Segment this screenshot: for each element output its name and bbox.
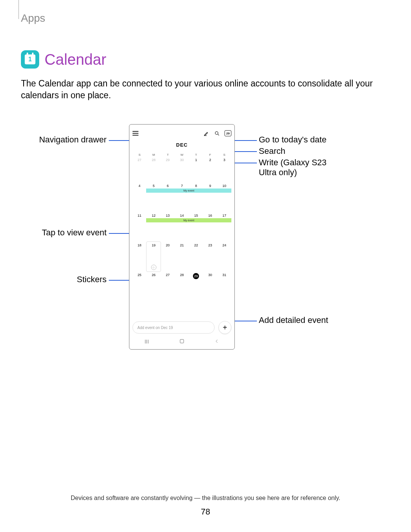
day[interactable]: 24 <box>217 242 231 272</box>
day[interactable]: 9 <box>203 182 217 212</box>
week-2: 4 5 6 7 8 9 10 My event <box>132 182 231 212</box>
section-label: Apps <box>21 12 390 24</box>
callout-add-event: Add detailed event <box>259 315 328 325</box>
callout-goto-today: Go to today's date <box>259 135 327 145</box>
day[interactable]: 6 <box>161 182 175 212</box>
icon-day-number: 1 <box>29 56 32 63</box>
day[interactable]: 11 <box>132 212 147 242</box>
calendar-app-icon: 1 <box>21 50 39 69</box>
day[interactable]: 26 <box>147 272 161 301</box>
search-icon[interactable] <box>214 130 220 136</box>
diagram-area: Navigation drawer Tap to view event Stic… <box>21 124 390 360</box>
dow-t: T <box>161 153 175 157</box>
day[interactable]: 2 <box>203 157 217 182</box>
day[interactable]: 7 <box>175 182 189 212</box>
day[interactable]: 13 <box>161 212 175 242</box>
day-today[interactable]: 29 <box>189 272 203 301</box>
week-1: 27 28 29 30 1 2 3 <box>132 157 231 182</box>
day[interactable]: 30 <box>175 157 189 182</box>
today-icon[interactable]: 29 <box>225 130 231 136</box>
callout-nav-drawer: Navigation drawer <box>34 135 107 145</box>
android-navbar: III <box>129 337 234 346</box>
day[interactable]: 28 <box>147 157 161 182</box>
day[interactable]: 31 <box>217 272 231 301</box>
day[interactable]: 18 <box>132 242 147 272</box>
dow-m: M <box>147 153 161 157</box>
page-number: 78 <box>0 507 411 517</box>
day[interactable]: 28 <box>175 272 189 301</box>
day-num: 29 <box>193 273 199 279</box>
dow-s: S <box>132 153 147 157</box>
event-bar-2[interactable]: My event <box>146 218 231 222</box>
callout-stickers: Stickers <box>74 275 107 284</box>
recents-icon[interactable]: III <box>145 339 149 345</box>
month-label: DEC <box>132 142 231 148</box>
day[interactable]: 16 <box>203 212 217 242</box>
intro-text: The Calendar app can be connected to you… <box>21 78 390 101</box>
day[interactable]: 15 <box>189 212 203 242</box>
day-num: 19 <box>152 243 156 247</box>
day[interactable]: 10 <box>217 182 231 212</box>
dow-t2: T <box>189 153 203 157</box>
day[interactable]: 8 <box>189 182 203 212</box>
day-selected[interactable]: 19 ☺ <box>146 241 161 272</box>
header-rule <box>18 0 19 19</box>
dow-s2: S <box>217 153 231 157</box>
day[interactable]: 25 <box>132 272 147 301</box>
callout-write: Write (Galaxy S23 Ultra only) <box>259 158 335 178</box>
dow-w: W <box>175 153 189 157</box>
write-icon[interactable] <box>203 130 209 136</box>
hamburger-icon[interactable] <box>132 131 139 136</box>
week-4: 18 19 ☺ 20 21 22 23 24 <box>132 242 231 272</box>
home-icon[interactable] <box>179 339 185 345</box>
day[interactable]: 22 <box>189 242 203 272</box>
day[interactable]: 21 <box>175 242 189 272</box>
svg-rect-1 <box>180 339 183 343</box>
callout-tap-event: Tap to view event <box>40 228 107 238</box>
event-bar-1[interactable]: My event <box>146 189 231 193</box>
svg-point-0 <box>215 131 218 134</box>
day[interactable]: 29 <box>161 157 175 182</box>
callout-search: Search <box>259 146 285 156</box>
day[interactable]: 3 <box>217 157 231 182</box>
disclaimer: Devices and software are constantly evol… <box>0 495 411 502</box>
day-of-week-row: S M T W T F S <box>132 153 231 157</box>
day[interactable]: 17 <box>217 212 231 242</box>
day[interactable]: 27 <box>132 157 147 182</box>
week-5: 25 26 27 28 29 30 31 <box>132 272 231 301</box>
day[interactable]: 5 <box>147 182 161 212</box>
day[interactable]: 4 <box>132 182 147 212</box>
day[interactable]: 12 <box>147 212 161 242</box>
dow-f: F <box>203 153 217 157</box>
day[interactable]: 20 <box>161 242 175 272</box>
back-icon[interactable] <box>215 339 219 345</box>
page-title: Calendar <box>45 51 106 68</box>
day[interactable]: 27 <box>161 272 175 301</box>
phone-frame: 29 DEC S M T W T F S 27 28 2 <box>129 124 235 350</box>
day[interactable]: 23 <box>203 242 217 272</box>
day[interactable]: 14 <box>175 212 189 242</box>
add-event-fab[interactable]: + <box>218 321 231 334</box>
quick-add-input[interactable]: Add event on Dec 19 <box>132 321 215 334</box>
day[interactable]: 30 <box>203 272 217 301</box>
calendar-grid: 27 28 29 30 1 2 3 4 5 6 7 8 9 <box>132 157 231 301</box>
sticker-icon[interactable]: ☺ <box>151 265 156 270</box>
week-3: 11 12 13 14 15 16 17 My event <box>132 212 231 242</box>
day[interactable]: 1 <box>189 157 203 182</box>
